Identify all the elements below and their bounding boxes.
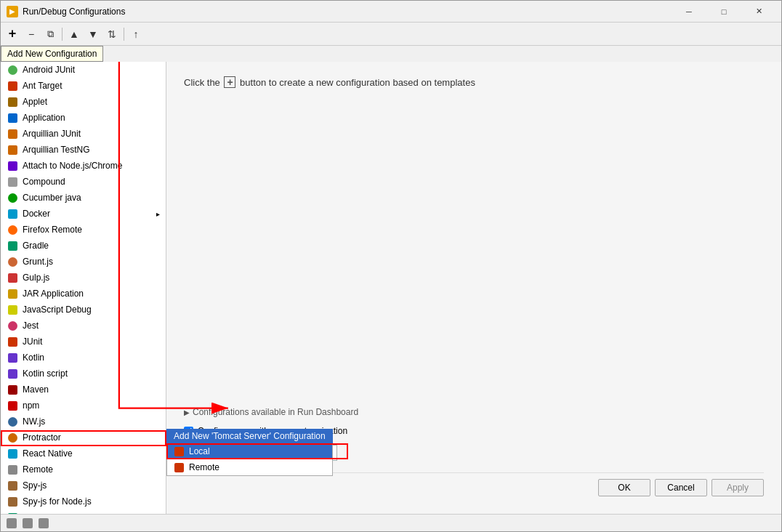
window-title: Run/Debug Configurations xyxy=(23,7,672,17)
sort-button[interactable]: ⇅ xyxy=(103,25,121,43)
arq-icon xyxy=(7,128,18,140)
list-item-spy-js[interactable]: Spy-js xyxy=(1,477,166,493)
list-item-protractor[interactable]: Protractor xyxy=(1,430,166,446)
list-item-label-attach-node: Attach to Node.js/Chrome xyxy=(23,161,122,171)
list-item-label-react-native: React Native xyxy=(23,448,73,459)
run-dashboard-row[interactable]: ▶ Configurations available in Run Dashbo… xyxy=(184,407,764,417)
list-item-label-grunt-js: Grunt.js xyxy=(23,257,53,267)
run-debug-window: ▶ Run/Debug Configurations ─ □ ✕ + − ⧉ ▲… xyxy=(0,0,782,532)
share-button[interactable]: ↑ xyxy=(127,25,145,43)
add-configuration-button[interactable]: + xyxy=(4,25,21,43)
submenu-item-remote-sub[interactable]: Remote xyxy=(167,459,332,475)
list-item-label-protractor: Protractor xyxy=(23,432,61,443)
list-item-firefox-remote[interactable]: Firefox Remote xyxy=(1,222,166,238)
list-item-arquillian-testng[interactable]: Arquillian TestNG xyxy=(1,142,166,158)
status-icon-3[interactable] xyxy=(39,518,49,528)
list-item-junit[interactable]: JUnit xyxy=(1,334,166,350)
close-button[interactable]: ✕ xyxy=(742,4,775,19)
npm-icon xyxy=(7,400,18,411)
firefox-icon xyxy=(7,224,18,235)
kotlin-icon xyxy=(7,352,18,363)
list-item-label-ant-target: Ant Target xyxy=(23,81,62,91)
list-item-label-js-debug: JavaScript Debug xyxy=(23,305,92,315)
list-item-docker[interactable]: Docker▸ xyxy=(1,206,166,222)
list-item-spy-js-node[interactable]: Spy-js for Node.js xyxy=(1,493,166,509)
list-item-gradle[interactable]: Gradle xyxy=(1,238,166,254)
list-item-android-junit[interactable]: Android JUnit xyxy=(1,62,166,78)
nw-icon xyxy=(7,416,18,427)
kotlin-icon xyxy=(7,368,18,379)
apply-button[interactable]: Apply xyxy=(712,479,764,496)
run-dashboard-label: Configurations available in Run Dashboar… xyxy=(193,407,358,417)
list-item-label-kotlin-script: Kotlin script xyxy=(23,368,68,379)
app-icon xyxy=(7,112,18,124)
list-item-label-testng: TestNG xyxy=(23,512,52,514)
copy-configuration-button[interactable]: ⧉ xyxy=(41,25,59,43)
list-item-grunt-js[interactable]: Grunt.js xyxy=(1,254,166,270)
list-item-label-nw-js: NW.js xyxy=(23,416,45,427)
list-item-jar-app[interactable]: JAR Application xyxy=(1,286,166,302)
ant-icon xyxy=(7,80,18,92)
toolbar-separator-2 xyxy=(124,28,124,41)
list-item-nw-js[interactable]: NW.js xyxy=(1,414,166,430)
list-item-remote[interactable]: Remote xyxy=(1,462,166,477)
list-item-react-native[interactable]: React Native xyxy=(1,446,166,462)
list-item-arquillian-junit[interactable]: Arquillian JUnit xyxy=(1,126,166,142)
list-item-js-debug[interactable]: JavaScript Debug xyxy=(1,302,166,318)
status-icon-1[interactable] xyxy=(7,518,17,528)
expand-icon: ▶ xyxy=(184,408,190,416)
list-item-application[interactable]: Application xyxy=(1,110,166,126)
window-icon: ▶ xyxy=(7,6,18,17)
list-item-jest[interactable]: Jest xyxy=(1,318,166,334)
submenu-body: LocalRemote xyxy=(166,443,333,476)
list-item-label-gulp-js: Gulp.js xyxy=(23,273,49,283)
list-item-label-gradle: Gradle xyxy=(23,241,49,251)
gradle-icon xyxy=(7,240,18,251)
maximize-button[interactable]: □ xyxy=(707,4,741,19)
configuration-list: Android JUnitAnt TargetAppletApplication… xyxy=(1,62,166,514)
remote-sub-submenu-icon xyxy=(173,462,185,473)
info-suffix: button to create a new configuration bas… xyxy=(240,77,475,88)
list-item-label-spy-js-node: Spy-js for Node.js xyxy=(23,496,92,507)
list-item-label-docker: Docker xyxy=(23,209,50,219)
list-item-compound[interactable]: Compound xyxy=(1,174,166,190)
cancel-button[interactable]: Cancel xyxy=(655,479,707,496)
spy-icon xyxy=(7,480,18,491)
list-item-gulp-js[interactable]: Gulp.js xyxy=(1,270,166,286)
list-item-npm[interactable]: npm xyxy=(1,398,166,414)
list-item-cucumber-java[interactable]: Cucumber java xyxy=(1,190,166,206)
spy-icon xyxy=(7,496,18,507)
list-item-ant-target[interactable]: Ant Target xyxy=(1,78,166,94)
cucumber-icon xyxy=(7,192,18,203)
move-down-button[interactable]: ▼ xyxy=(84,25,102,43)
android-icon xyxy=(7,64,18,76)
toolbar-separator-1 xyxy=(62,28,63,41)
left-panel: Android JUnitAnt TargetAppletApplication… xyxy=(1,62,166,514)
gulp-icon xyxy=(7,272,18,283)
submenu-item-local[interactable]: Local xyxy=(167,443,332,459)
list-item-kotlin[interactable]: Kotlin xyxy=(1,350,166,366)
compound-icon xyxy=(7,176,18,188)
list-item-kotlin-script[interactable]: Kotlin script xyxy=(1,366,166,382)
list-item-label-spy-js: Spy-js xyxy=(23,480,47,491)
list-item-label-junit: JUnit xyxy=(23,336,42,347)
list-item-label-firefox-remote: Firefox Remote xyxy=(23,225,82,235)
grunt-icon xyxy=(7,256,18,267)
minimize-button[interactable]: ─ xyxy=(672,4,706,19)
move-up-button[interactable]: ▲ xyxy=(65,25,83,43)
protractor-icon xyxy=(7,432,18,443)
info-prefix: Click the xyxy=(184,77,220,88)
remove-configuration-button[interactable]: − xyxy=(23,25,40,43)
react-icon xyxy=(7,448,18,459)
list-item-testng[interactable]: TestNG xyxy=(1,509,166,514)
submenu-popup: Add New 'Tomcat Server' Configuration Lo… xyxy=(166,429,333,476)
list-item-applet[interactable]: Applet xyxy=(1,94,166,110)
list-item-attach-node[interactable]: Attach to Node.js/Chrome xyxy=(1,158,166,174)
ok-button[interactable]: OK xyxy=(598,479,650,496)
attach-icon xyxy=(7,160,18,172)
status-icon-2[interactable] xyxy=(23,518,33,528)
list-item-maven[interactable]: Maven xyxy=(1,382,166,398)
testng-icon xyxy=(7,512,18,514)
list-item-label-arquillian-testng: Arquillian TestNG xyxy=(23,145,89,155)
submenu-arrow-icon: ▸ xyxy=(156,210,160,218)
